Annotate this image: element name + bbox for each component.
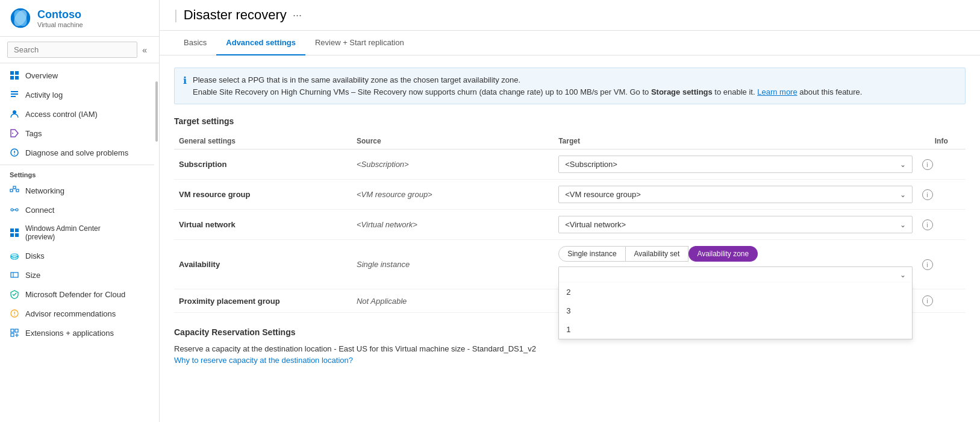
virtual-network-info-icon[interactable]: i: [922, 219, 933, 230]
sidebar-item-tags[interactable]: Tags: [0, 124, 154, 143]
svg-point-14: [14, 154, 15, 155]
banner-text4: about this feature.: [797, 87, 863, 96]
virtual-network-dropdown-chevron: ⌄: [900, 221, 906, 229]
subscription-info-cell: i: [917, 150, 966, 180]
sidebar-collapse-button[interactable]: «: [137, 43, 152, 57]
sidebar-item-windows-admin[interactable]: Windows Admin Center(preview): [0, 219, 154, 246]
info-banner-icon: ℹ: [183, 75, 187, 98]
sidebar-nav: Overview Activity log Access control (IA…: [0, 63, 159, 422]
svg-rect-38: [15, 329, 18, 332]
banner-text2: Enable Site Recovery on High Churning VM…: [193, 87, 651, 96]
sidebar-item-networking[interactable]: Networking: [0, 181, 154, 200]
tab-review[interactable]: Review + Start replication: [305, 31, 414, 55]
more-options-button[interactable]: ···: [293, 9, 302, 22]
virtual-network-dropdown-value: <Virtual network>: [565, 220, 626, 229]
sidebar-search-container: «: [0, 37, 159, 63]
banner-line2: Enable Site Recovery on High Churning VM…: [193, 86, 862, 98]
svg-rect-26: [10, 233, 14, 237]
subscription-info-icon[interactable]: i: [922, 159, 933, 170]
subscription-dropdown-chevron: ⌄: [900, 160, 906, 169]
advisor-icon: [10, 309, 19, 318]
vm-resource-group-target-cell: <VM resource group> ⌄: [554, 180, 917, 210]
availability-target-cell: Single instance Availability set Availab…: [554, 240, 917, 289]
svg-rect-32: [11, 272, 18, 277]
availability-info-cell: i: [917, 240, 966, 289]
svg-point-11: [12, 133, 13, 134]
capacity-link[interactable]: Why to reserve capacity at the destinati…: [174, 356, 353, 365]
sidebar-item-overview[interactable]: Overview: [0, 66, 154, 85]
svg-rect-17: [13, 186, 16, 189]
availability-single-instance-button[interactable]: Single instance: [558, 246, 625, 262]
availability-zone-option-1[interactable]: 1: [559, 320, 911, 339]
tags-label: Tags: [25, 129, 42, 138]
vm-resource-group-label: VM resource group: [174, 180, 352, 210]
svg-rect-37: [11, 329, 14, 332]
vm-resource-group-source: <VM resource group>: [352, 180, 554, 210]
virtual-network-source: <Virtual network>: [352, 210, 554, 240]
activity-log-label: Activity log: [25, 90, 63, 99]
vm-resource-group-dropdown-chevron: ⌄: [900, 191, 906, 199]
row-availability: Availability Single instance Single inst…: [174, 240, 966, 289]
proximity-placement-group-info-icon[interactable]: i: [922, 295, 933, 306]
main-content: | Disaster recovery ··· Basics Advanced …: [160, 0, 980, 422]
sidebar-item-defender[interactable]: Microsoft Defender for Cloud: [0, 285, 154, 304]
availability-zone-option-3[interactable]: 3: [559, 301, 911, 320]
header-separator: |: [174, 7, 178, 23]
settings-table: General settings Source Target Info Subs…: [174, 133, 966, 313]
availability-set-button[interactable]: Availability set: [626, 246, 689, 262]
sidebar-item-connect[interactable]: Connect: [0, 200, 154, 219]
diagnose-icon: [10, 148, 19, 157]
subscription-dropdown-value: <Subscription>: [565, 160, 617, 169]
sidebar: Contoso Virtual machine « Overview: [0, 0, 160, 422]
sidebar-item-extensions[interactable]: Extensions + applications: [0, 323, 154, 342]
availability-label: Availability: [174, 240, 352, 289]
subscription-label: Subscription: [174, 150, 352, 180]
vm-resource-group-info-cell: i: [917, 180, 966, 210]
availability-zone-button[interactable]: Availability zone: [688, 246, 758, 262]
availability-zone-dropdown[interactable]: ⌄: [558, 266, 912, 283]
tags-icon: [10, 128, 19, 138]
networking-icon: [10, 186, 19, 195]
vm-resource-group-info-icon[interactable]: i: [922, 189, 933, 200]
row-vm-resource-group: VM resource group <VM resource group> <V…: [174, 180, 966, 210]
main-header: | Disaster recovery ···: [160, 0, 980, 31]
banner-storage-link[interactable]: Storage settings: [651, 87, 713, 96]
overview-icon: [10, 71, 19, 80]
svg-rect-25: [15, 228, 19, 232]
svg-rect-7: [11, 91, 18, 92]
col-header-general: General settings: [174, 133, 352, 150]
size-label: Size: [25, 271, 40, 280]
tab-basics[interactable]: Basics: [174, 31, 216, 55]
availability-zone-dropdown-list: 2 3 1: [558, 283, 912, 339]
svg-rect-3: [10, 71, 14, 75]
tab-advanced-settings[interactable]: Advanced settings: [216, 31, 305, 55]
banner-line1: Please select a PPG that is in the same …: [193, 74, 862, 86]
windows-admin-icon: [10, 228, 19, 238]
svg-point-21: [11, 209, 13, 211]
availability-zone-option-2[interactable]: 2: [559, 283, 911, 301]
sidebar-item-activity-log[interactable]: Activity log: [0, 85, 154, 104]
search-input[interactable]: [7, 42, 137, 58]
svg-rect-5: [10, 76, 14, 80]
virtual-network-label: Virtual network: [174, 210, 352, 240]
extensions-label: Extensions + applications: [25, 329, 114, 338]
main-body: ℹ Please select a PPG that is in the sam…: [160, 55, 980, 422]
connect-icon: [10, 205, 19, 215]
sidebar-item-access-control[interactable]: Access control (IAM): [0, 104, 154, 124]
access-control-icon: [10, 109, 19, 119]
svg-point-10: [13, 110, 16, 114]
overview-label: Overview: [25, 71, 58, 80]
svg-rect-6: [15, 76, 19, 80]
subscription-dropdown[interactable]: <Subscription> ⌄: [558, 156, 912, 173]
banner-learn-more[interactable]: Learn more: [757, 87, 797, 96]
subscription-source: <Subscription>: [352, 150, 554, 180]
sidebar-item-advisor[interactable]: Advisor recommendations: [0, 304, 154, 323]
availability-info-icon[interactable]: i: [922, 259, 933, 270]
virtual-network-dropdown[interactable]: <Virtual network> ⌄: [558, 216, 912, 233]
vm-resource-group-dropdown-value: <VM resource group>: [565, 190, 641, 199]
sidebar-item-size[interactable]: Size: [0, 265, 154, 285]
app-logo: [10, 7, 31, 29]
sidebar-item-diagnose[interactable]: Diagnose and solve problems: [0, 143, 154, 162]
sidebar-item-disks[interactable]: Disks: [0, 246, 154, 265]
vm-resource-group-dropdown[interactable]: <VM resource group> ⌄: [558, 186, 912, 203]
